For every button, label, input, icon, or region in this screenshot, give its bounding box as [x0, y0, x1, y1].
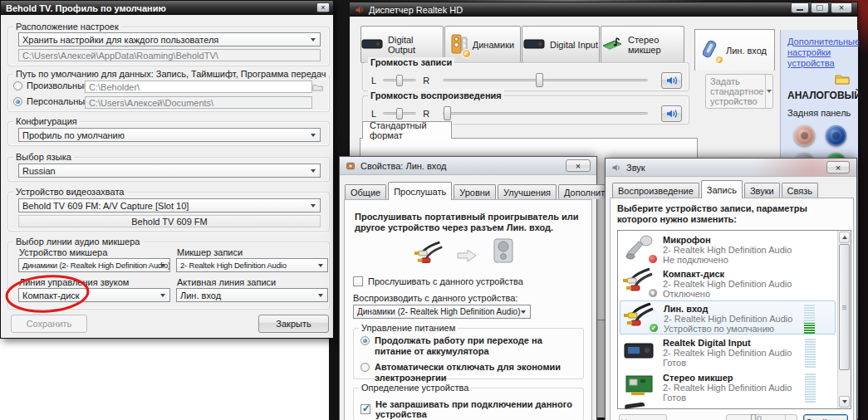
language-select[interactable]: Russian [18, 164, 321, 178]
stereo-mixer-icon [623, 372, 658, 403]
microphone-icon [623, 234, 658, 265]
record-balance-thumb[interactable] [396, 75, 403, 86]
level-meter [805, 338, 816, 368]
mixer-device-label: Устройство микшера [19, 247, 107, 257]
tab-levels[interactable]: Уровни [454, 184, 496, 199]
behold-window-title: Behold TV. Профиль по умолчанию [6, 3, 166, 13]
set-default-button[interactable]: По умолчанию [726, 414, 797, 420]
device-advanced-settings-link[interactable]: Дополнительные настройки устройства [787, 37, 854, 69]
tab-enhancements[interactable]: Улучшения [498, 184, 557, 199]
playback-volume-slider[interactable] [443, 112, 648, 115]
tab-general[interactable]: Общие [345, 184, 386, 199]
button-label: По умолчанию [727, 413, 785, 420]
sound-titlebar[interactable]: Звук [606, 159, 856, 177]
tab-standard-format[interactable]: Стандартный формат [362, 121, 452, 139]
group-label: Расположение настроек [13, 22, 121, 32]
speakers-icon: ✓ [451, 34, 468, 56]
record-balance-slider[interactable] [383, 79, 416, 81]
tab-label: Стандартный формат [370, 120, 451, 140]
listen-to-device-checkbox[interactable] [353, 276, 363, 286]
tab-communications[interactable]: Связь [782, 183, 818, 198]
check-badge-icon: ✓ [462, 49, 471, 58]
record-volume-slider[interactable] [443, 79, 648, 81]
disabled-badge-icon: ▼ [648, 288, 658, 298]
capture-device-group: Устройство видеозахвата Behold TV 609 FM… [7, 192, 330, 232]
custom-path-radio[interactable] [13, 81, 22, 90]
device-list-scrollbar[interactable] [837, 231, 851, 408]
personal-path-radio[interactable] [13, 97, 22, 106]
properties-button[interactable]: Свойства [803, 414, 848, 420]
close-button[interactable]: × [831, 2, 852, 13]
scrollbar-thumb[interactable] [839, 244, 850, 370]
device-row-stereo-mixer[interactable]: Стерео микшер 2- Realtek High Definition… [620, 370, 836, 404]
tab-label: Уровни [459, 188, 490, 198]
device-driver: 2- Realtek High Definition Audio [663, 279, 799, 289]
tab-stereo-mixer[interactable]: Стерео микшер [601, 26, 684, 63]
device-row-cd[interactable]: ▼ Компакт-диск 2- Realtek High Definitio… [620, 266, 836, 300]
blue-jack-icon[interactable] [826, 125, 846, 146]
configuration-select[interactable]: Профиль по умолчанию [18, 128, 321, 142]
recording-instruction: Выберите устройство записи, параметры ко… [617, 203, 846, 225]
group-label: Выбор языка [13, 152, 74, 162]
playback-volume-thumb[interactable] [444, 106, 451, 120]
close-button[interactable]: × [826, 161, 850, 173]
device-row-digital-input[interactable]: Realtek Digital Input 2- Realtek High De… [620, 335, 836, 369]
tab-label: Динамики [473, 40, 514, 50]
close-button[interactable]: × [566, 159, 591, 172]
selected-option: Компакт-диск [22, 291, 80, 300]
balance-right-label: R [423, 109, 429, 119]
playback-balance-thumb[interactable] [396, 108, 403, 120]
properties-dialog-icon [346, 161, 356, 171]
device-detection-group: Определение устройства Не запрашивать пр… [353, 388, 584, 420]
realtek-titlebar[interactable]: Диспетчер Realtek HD [350, 2, 857, 17]
device-row-microphone[interactable]: Микрофон 2- Realtek High Definition Audi… [620, 232, 836, 266]
properties-dialog-title: Свойства: Лин. вход [360, 161, 446, 171]
playback-through-label: Воспроизводить с данного устройства: [353, 293, 517, 303]
behold-titlebar[interactable]: Behold TV. Профиль по умолчанию [1, 1, 333, 15]
playback-mute-button[interactable] [661, 105, 682, 122]
tab-digital-input[interactable]: Digital Input [522, 26, 600, 63]
record-mixer-select[interactable]: 2- Realtek High Definition Audio [176, 258, 328, 272]
no-prompt-checkbox[interactable] [360, 404, 370, 414]
capture-device-name-bar: Behold TV 609 FM [18, 215, 321, 227]
storage-mode-select[interactable]: Хранить настройки для каждого пользовате… [18, 32, 321, 46]
capture-device-select[interactable]: Behold TV 609 FM: A/V Capture [Slot 10] [18, 198, 321, 212]
settings-location-group: Расположение настроек Хранить настройки … [7, 27, 330, 66]
tab-recording[interactable]: Запись [701, 180, 743, 198]
speaker-icon [665, 76, 679, 85]
scroll-down-button[interactable] [839, 396, 850, 408]
tab-listen[interactable]: Прослушать [388, 182, 452, 200]
tab-playback[interactable]: Воспроизведение [612, 183, 699, 198]
tab-sounds[interactable]: Звуки [744, 183, 780, 198]
dropdown-arrow-icon[interactable] [765, 75, 772, 108]
device-name: Микрофон [663, 235, 799, 245]
realtek-window-title: Диспетчер Realtek HD [369, 5, 463, 15]
dropdown-arrow-icon[interactable] [785, 415, 797, 420]
minimize-button[interactable] [791, 2, 809, 13]
maximize-button[interactable] [811, 2, 829, 13]
tab-line-in[interactable]: ✓ Лин. вход [694, 29, 775, 71]
close-dialog-button[interactable]: Закрыть [258, 315, 329, 333]
sound-control-line-select[interactable]: Компакт-диск [18, 288, 170, 302]
rca-cable-icon: ✓ [624, 303, 659, 334]
set-default-device-button[interactable]: Задать стандартное устройство [705, 74, 773, 109]
device-row-line-in[interactable]: ✓ Лин. вход 2- Realtek High Definition A… [620, 300, 836, 335]
custom-path-field[interactable]: C:\Beholder\ [85, 81, 312, 93]
pink-jack-icon[interactable] [794, 125, 815, 146]
tab-label: Прослушать [394, 187, 446, 197]
active-record-line-select[interactable]: Лин. вход [176, 288, 328, 302]
record-volume-thumb[interactable] [536, 73, 543, 87]
properties-titlebar[interactable]: Свойства: Лин. вход [340, 157, 596, 175]
tab-speakers[interactable]: ✓ Динамики [444, 26, 521, 63]
browse-folder-button[interactable] [311, 81, 325, 93]
playback-balance-slider[interactable] [383, 112, 416, 115]
record-mute-button[interactable] [661, 72, 682, 89]
auto-disable-radio[interactable] [360, 363, 370, 372]
mixer-device-select[interactable]: Динамики (2- Realtek High Definition Aud… [18, 258, 170, 272]
playback-device-select[interactable]: Динамики (2- Realtek High Definition Aud… [353, 305, 531, 319]
save-button[interactable]: Сохранить [11, 315, 87, 333]
continue-on-battery-radio[interactable] [360, 336, 370, 345]
close-button[interactable]: × [316, 2, 330, 12]
configure-button[interactable]: Настроить [619, 414, 667, 420]
scroll-up-button[interactable] [839, 232, 850, 243]
